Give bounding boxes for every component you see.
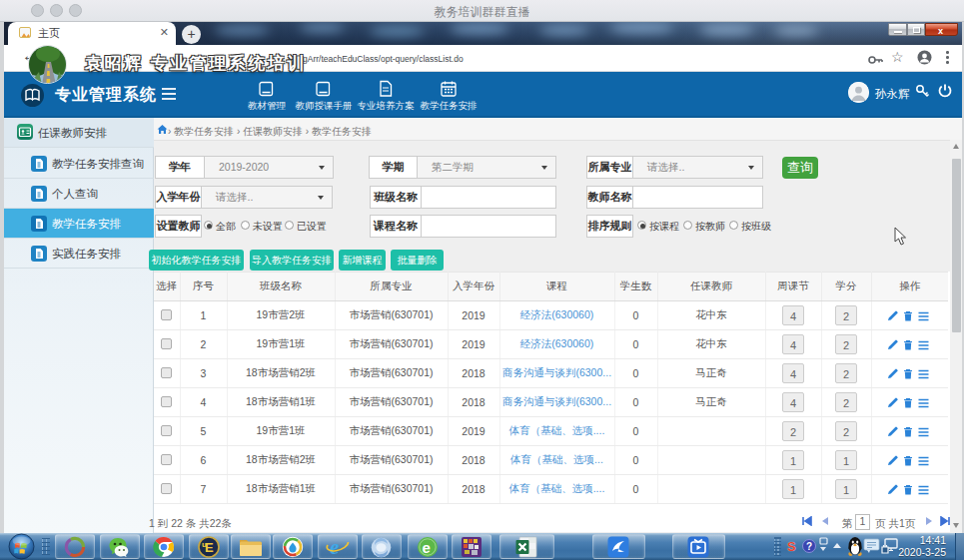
svg-text:u: u [202,540,207,549]
svg-text:e: e [330,535,339,559]
svg-text:?: ? [806,541,812,552]
svg-text:e: e [423,539,431,556]
